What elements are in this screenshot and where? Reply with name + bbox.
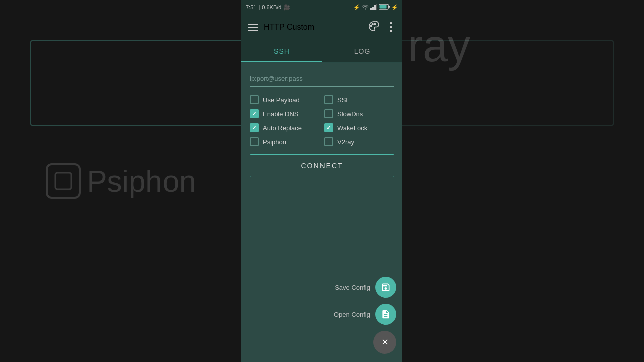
checkbox-auto-replace-box[interactable] [250,123,259,132]
status-bar: 7:51 | 0.6KB/d 🎥 ⚡ [242,0,403,14]
battery-icon [379,4,390,11]
tab-ssh[interactable]: SSH [242,40,322,62]
bluetooth-icon: ⚡ [353,4,360,11]
svg-point-9 [372,23,373,25]
checkbox-use-payload[interactable]: Use Payload [250,95,320,104]
tab-log[interactable]: LOG [322,40,403,62]
checkbox-enable-dns-box[interactable] [250,109,259,118]
status-data-speed: 0.6KB/d [262,4,281,10]
app-title: HTTP Custom [264,23,362,32]
checkbox-slow-dns-label: SlowDns [337,110,363,118]
checkbox-grid: Use Payload SSL Enable DNS SlowDns Auto … [250,95,394,146]
title-http: HTTP [264,23,284,31]
checkbox-v2ray[interactable]: V2ray [324,137,394,146]
checkbox-v2ray-label: V2ray [337,138,354,146]
title-custom: Custom [284,23,314,31]
theme-icon[interactable] [368,21,379,34]
checkbox-use-payload-label: Use Payload [263,96,300,104]
ssh-content: Use Payload SSL Enable DNS SlowDns Auto … [242,63,403,362]
ray-bg-text: ray [408,15,470,72]
app-bar: HTTP Custom ⋮ [242,14,403,40]
status-time: 7:51 [246,4,256,10]
status-separator: | [258,4,260,10]
checkbox-psiphon-label: Psiphon [263,138,286,146]
checkbox-ssl[interactable]: SSL [324,95,394,104]
psiphon-bg-icon [46,163,81,199]
fab-close: ✕ [373,331,396,354]
hamburger-menu[interactable] [248,24,258,31]
checkbox-ssl-label: SSL [337,96,350,104]
checkbox-ssl-box[interactable] [324,95,333,104]
checkbox-auto-replace-label: Auto Replace [263,124,302,132]
app-bar-icons: ⋮ [368,21,396,34]
open-config-label: Open Config [334,311,370,318]
svg-rect-7 [380,5,387,9]
status-left: 7:51 | 0.6KB/d 🎥 [246,4,290,11]
checkbox-wake-lock-label: WakeLock [337,124,367,132]
signal-icon [370,4,377,11]
checkbox-slow-dns-box[interactable] [324,109,333,118]
fab-save-config: Save Config [335,277,396,298]
save-config-button[interactable] [375,277,396,298]
svg-rect-1 [370,8,372,10]
tab-bar: SSH LOG [242,40,403,63]
checkbox-use-payload-box[interactable] [250,95,259,104]
checkbox-v2ray-box[interactable] [324,137,333,146]
connect-button[interactable]: CONNECT [250,154,394,177]
checkbox-psiphon[interactable]: Psiphon [250,137,320,146]
psiphon-bg-text: Psiphon [87,164,196,199]
video-icon: 🎥 [283,4,290,11]
background-right: ray [397,0,644,362]
close-fab-button[interactable]: ✕ [373,331,396,354]
charge-icon: ⚡ [391,4,398,11]
save-config-label: Save Config [335,284,370,291]
svg-rect-4 [376,4,377,10]
svg-rect-3 [374,5,376,10]
checkbox-wake-lock[interactable]: WakeLock [324,123,394,132]
status-right: ⚡ [353,4,398,11]
connection-input[interactable] [250,71,394,87]
phone-container: 7:51 | 0.6KB/d 🎥 ⚡ [242,0,403,362]
more-icon[interactable]: ⋮ [385,21,396,34]
checkbox-enable-dns[interactable]: Enable DNS [250,109,320,118]
close-icon: ✕ [381,337,389,348]
svg-point-8 [371,25,372,27]
open-config-button[interactable] [375,304,396,325]
svg-rect-0 [55,173,71,189]
svg-rect-6 [388,6,390,8]
svg-point-10 [374,23,376,25]
checkbox-psiphon-box[interactable] [250,137,259,146]
checkbox-auto-replace[interactable]: Auto Replace [250,123,320,132]
wifi-icon [362,4,369,11]
fab-open-config: Open Config [334,304,396,325]
checkbox-slow-dns[interactable]: SlowDns [324,109,394,118]
checkbox-enable-dns-label: Enable DNS [263,110,299,118]
fab-container: Save Config Open Config ✕ [334,277,396,354]
svg-rect-2 [372,7,374,10]
checkbox-wake-lock-box[interactable] [324,123,333,132]
